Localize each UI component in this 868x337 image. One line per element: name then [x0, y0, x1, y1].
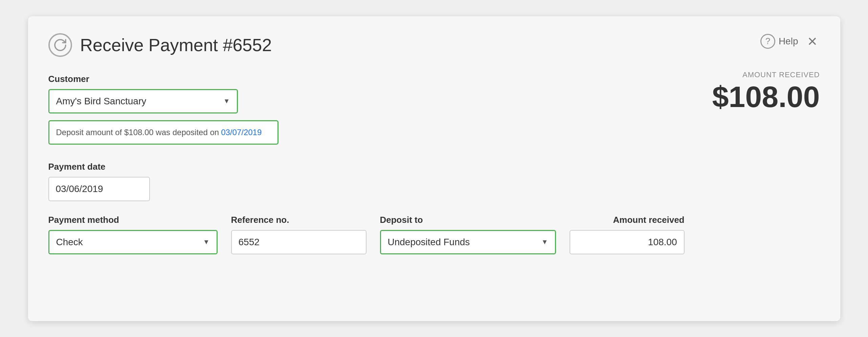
form-section: Customer Amy's Bird Sanctuary ▼ Deposit …: [48, 74, 820, 254]
header-actions: ? Help ×: [760, 33, 820, 49]
deposit-to-group: Deposit to Undeposited Funds ▼: [380, 215, 556, 254]
payment-method-value: Check: [56, 237, 83, 248]
payment-date-input[interactable]: 03/06/2019: [48, 177, 150, 201]
payment-date-label: Payment date: [48, 162, 820, 172]
amount-received-input[interactable]: 108.00: [570, 230, 685, 254]
help-circle-icon: ?: [760, 34, 775, 49]
amount-received-label: AMOUNT RECEIVED: [712, 70, 820, 79]
deposit-to-select[interactable]: Undeposited Funds ▼: [380, 230, 556, 254]
receive-payment-modal: Receive Payment #6552 ? Help × AMOUNT RE…: [28, 16, 840, 321]
bottom-fields-row: Payment method Check ▼ Reference no. 655…: [48, 215, 820, 254]
reference-no-input[interactable]: 6552: [231, 230, 366, 254]
payment-method-group: Payment method Check ▼: [48, 215, 218, 254]
amount-received-input-value: 108.00: [648, 237, 677, 248]
reference-no-group: Reference no. 6552: [231, 215, 366, 254]
amount-received-value: $108.00: [712, 82, 820, 112]
close-button[interactable]: ×: [805, 33, 820, 49]
customer-value: Amy's Bird Sanctuary: [56, 96, 147, 107]
payment-date-value: 03/06/2019: [56, 184, 103, 194]
deposit-notice-text: Deposit amount of $108.00 was deposited …: [56, 128, 219, 137]
payment-method-select[interactable]: Check ▼: [48, 230, 218, 254]
refresh-icon: [48, 33, 72, 57]
customer-dropdown-arrow: ▼: [223, 97, 230, 105]
customer-select[interactable]: Amy's Bird Sanctuary ▼: [48, 89, 238, 113]
reference-no-value: 6552: [239, 237, 260, 248]
payment-method-label: Payment method: [48, 215, 218, 225]
deposit-notice: Deposit amount of $108.00 was deposited …: [48, 120, 279, 145]
page-title: Receive Payment #6552: [80, 35, 272, 55]
help-label: Help: [779, 36, 798, 47]
deposit-to-label: Deposit to: [380, 215, 556, 225]
payment-date-section: Payment date 03/06/2019: [48, 162, 820, 201]
amount-received-field-label: Amount received: [570, 215, 685, 225]
deposit-to-arrow: ▼: [541, 238, 548, 246]
reference-no-label: Reference no.: [231, 215, 366, 225]
customer-select-box[interactable]: Amy's Bird Sanctuary ▼: [48, 89, 238, 113]
customer-label: Customer: [48, 74, 820, 84]
deposit-to-value: Undeposited Funds: [388, 237, 470, 248]
payment-method-arrow: ▼: [203, 238, 210, 246]
amount-received-section: AMOUNT RECEIVED $108.00: [712, 70, 820, 112]
modal-header: Receive Payment #6552: [48, 33, 820, 57]
amount-received-field-group: Amount received 108.00: [570, 215, 685, 254]
help-button[interactable]: ? Help: [760, 34, 798, 49]
deposit-notice-date-link[interactable]: 03/07/2019: [221, 128, 262, 137]
